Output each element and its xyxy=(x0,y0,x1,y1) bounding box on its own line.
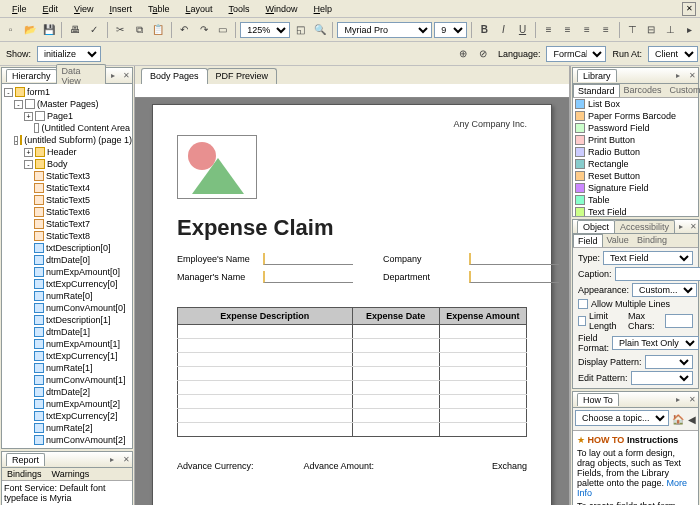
tree-node[interactable]: numRate[0] xyxy=(4,290,130,302)
print-icon[interactable]: 🖶 xyxy=(66,21,83,39)
align-justify-icon[interactable]: ≡ xyxy=(597,21,614,39)
menu-edit[interactable]: Edit xyxy=(35,2,67,16)
new-icon[interactable]: ▫ xyxy=(2,21,19,39)
tab-bodypages[interactable]: Body Pages xyxy=(141,68,208,84)
tree-node[interactable]: txtExpCurrency[2] xyxy=(4,410,130,422)
panel-menu-icon[interactable]: ▸ xyxy=(676,221,686,233)
page-icon[interactable]: ▭ xyxy=(214,21,231,39)
font-combo[interactable]: Myriad Pro xyxy=(337,22,432,38)
editpat-combo[interactable] xyxy=(631,371,693,385)
tree-node[interactable]: +Header xyxy=(4,146,130,158)
table-row[interactable] xyxy=(178,423,527,437)
type-combo[interactable]: Text Field xyxy=(603,251,693,265)
panel-close-icon[interactable]: ✕ xyxy=(686,70,698,82)
tab-howto[interactable]: How To xyxy=(577,393,619,406)
zoom-combo[interactable]: 125% xyxy=(240,22,290,38)
tree-node[interactable]: +Page1 xyxy=(4,110,130,122)
tab-pdfpreview[interactable]: PDF Preview xyxy=(207,68,278,84)
panel-menu-icon[interactable]: ▸ xyxy=(672,70,684,82)
home-icon[interactable]: 🏠 xyxy=(671,410,685,428)
fontsize-combo[interactable]: 9 xyxy=(434,22,466,38)
library-item[interactable]: Radio Button xyxy=(573,146,698,158)
spell-icon[interactable]: ✓ xyxy=(85,21,102,39)
multiline-checkbox[interactable] xyxy=(578,299,588,309)
tree-node[interactable]: dtmDate[2] xyxy=(4,386,130,398)
tree-node[interactable]: numConvAmount[1] xyxy=(4,374,130,386)
paste-icon[interactable]: 📋 xyxy=(150,21,167,39)
underline-icon[interactable]: U xyxy=(514,21,531,39)
tree-node[interactable]: StaticText4 xyxy=(4,182,130,194)
menu-tools[interactable]: Tools xyxy=(221,2,258,16)
limitlen-checkbox[interactable] xyxy=(578,316,586,326)
redo-icon[interactable]: ↷ xyxy=(195,21,212,39)
tree-node[interactable]: -Body xyxy=(4,158,130,170)
library-item[interactable]: List Box xyxy=(573,98,698,110)
tab-binding[interactable]: Binding xyxy=(633,234,671,247)
table-row[interactable] xyxy=(178,353,527,367)
back-icon[interactable]: ◀ xyxy=(687,410,697,428)
library-item[interactable]: Reset Button xyxy=(573,170,698,182)
table-row[interactable] xyxy=(178,395,527,409)
dept-field[interactable] xyxy=(469,271,559,283)
indent-icon[interactable]: ▸ xyxy=(681,21,698,39)
tree-node[interactable]: StaticText6 xyxy=(4,206,130,218)
library-item[interactable]: Rectangle xyxy=(573,158,698,170)
menu-table[interactable]: Table xyxy=(140,2,178,16)
valign-bot-icon[interactable]: ⊥ xyxy=(662,21,679,39)
library-item[interactable]: Table xyxy=(573,194,698,206)
show-combo[interactable]: initialize xyxy=(37,46,101,62)
tree-node[interactable]: StaticText3 xyxy=(4,170,130,182)
menu-file[interactable]: FFileile xyxy=(4,2,35,16)
maxchars-input[interactable] xyxy=(665,314,693,328)
menu-insert[interactable]: Insert xyxy=(101,2,140,16)
tree-node[interactable]: numExpAmount[1] xyxy=(4,338,130,350)
open-icon[interactable]: 📂 xyxy=(21,21,38,39)
table-row[interactable] xyxy=(178,409,527,423)
tree-node[interactable]: StaticText7 xyxy=(4,218,130,230)
library-item[interactable]: Signature Field xyxy=(573,182,698,194)
tab-bindings[interactable]: Bindings xyxy=(2,468,47,480)
tab-object[interactable]: Object xyxy=(577,220,615,233)
runat-combo[interactable]: Client xyxy=(648,46,698,62)
script-add-icon[interactable]: ⊕ xyxy=(454,45,472,63)
tree-node[interactable]: (Untitled Content Area xyxy=(4,122,130,134)
displaypat-combo[interactable] xyxy=(645,355,693,369)
tree-node[interactable]: -(Master Pages) xyxy=(4,98,130,110)
tree-node[interactable]: txtExpCurrency[1] xyxy=(4,350,130,362)
tab-standard[interactable]: Standard xyxy=(573,84,620,97)
tree-node[interactable]: txtDescription[1] xyxy=(4,314,130,326)
align-center-icon[interactable]: ≡ xyxy=(559,21,576,39)
table-row[interactable] xyxy=(178,367,527,381)
table-row[interactable] xyxy=(178,325,527,339)
library-item[interactable]: Password Field xyxy=(573,122,698,134)
topic-combo[interactable]: Choose a topic... xyxy=(575,410,669,426)
table-row[interactable] xyxy=(178,381,527,395)
valign-top-icon[interactable]: ⊤ xyxy=(623,21,640,39)
tree-node[interactable]: numRate[1] xyxy=(4,362,130,374)
close-icon[interactable]: ✕ xyxy=(682,2,696,16)
tab-hierarchy[interactable]: Hierarchy xyxy=(6,69,57,82)
cut-icon[interactable]: ✂ xyxy=(112,21,129,39)
tree-node[interactable]: numConvAmount[0] xyxy=(4,302,130,314)
align-left-icon[interactable]: ≡ xyxy=(540,21,557,39)
hierarchy-tree[interactable]: -form1-(Master Pages)+Page1(Untitled Con… xyxy=(2,84,132,448)
caption-input[interactable] xyxy=(615,267,700,281)
panel-close-icon[interactable]: ✕ xyxy=(121,70,132,82)
tree-node[interactable]: numConvAmount[2] xyxy=(4,434,130,446)
tree-node[interactable]: numExpAmount[2] xyxy=(4,398,130,410)
menu-window[interactable]: Window xyxy=(258,2,306,16)
canvas[interactable]: Any Company Inc. Expense Claim Employee'… xyxy=(135,98,569,505)
panel-close-icon[interactable]: ✕ xyxy=(686,394,698,406)
form-page[interactable]: Any Company Inc. Expense Claim Employee'… xyxy=(152,104,552,505)
menu-help[interactable]: Help xyxy=(306,2,341,16)
mgr-name-field[interactable] xyxy=(263,271,353,283)
tree-node[interactable]: txtDescription[0] xyxy=(4,242,130,254)
appearance-combo[interactable]: Custom... xyxy=(632,283,697,297)
tree-node[interactable]: -form1 xyxy=(4,86,130,98)
valign-mid-icon[interactable]: ⊟ xyxy=(643,21,660,39)
tree-node[interactable]: StaticText8 xyxy=(4,230,130,242)
copy-icon[interactable]: ⧉ xyxy=(131,21,148,39)
italic-icon[interactable]: I xyxy=(495,21,512,39)
tab-report[interactable]: Report xyxy=(6,453,45,466)
emp-name-field[interactable] xyxy=(263,253,353,265)
